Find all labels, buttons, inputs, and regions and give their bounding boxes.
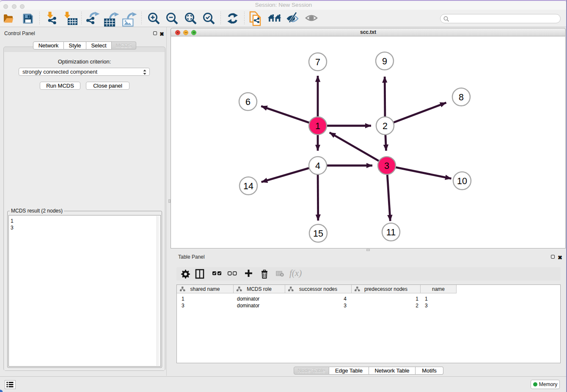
svg-text:9: 9: [382, 56, 387, 66]
svg-text:3: 3: [384, 161, 389, 171]
svg-text:6: 6: [245, 97, 250, 107]
svg-text:15: 15: [313, 229, 323, 239]
svg-text:11: 11: [386, 227, 396, 237]
svg-text:10: 10: [457, 176, 467, 186]
svg-text:1: 1: [315, 121, 320, 131]
svg-text:4: 4: [315, 161, 320, 171]
svg-text:f(x): f(x): [289, 268, 302, 278]
svg-text:8: 8: [459, 92, 464, 102]
svg-text:14: 14: [243, 181, 253, 191]
svg-text:2: 2: [383, 121, 388, 131]
svg-text:7: 7: [315, 57, 320, 67]
